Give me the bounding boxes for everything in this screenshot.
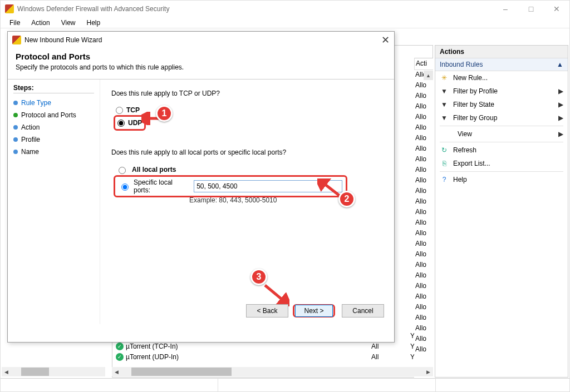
table-row[interactable]: ✓ µTorrent (UDP-In) All Yes [112, 351, 433, 362]
wizard-header: Protocol and Ports Specify the protocols… [8, 48, 394, 80]
actions-panel: Actions Inbound Rules ▲ ✳New Rule...▼Fil… [435, 45, 568, 378]
chevron-right-icon: ▶ [558, 101, 563, 108]
wizard-steps: Steps: Rule TypeProtocol and PortsAction… [8, 80, 100, 324]
action-label: Filter by Group [453, 114, 497, 122]
wizard-step[interactable]: Rule Type [13, 97, 94, 109]
wizard-content: Does this rule apply to TCP or UDP? TCP … [100, 80, 394, 324]
rule-name: µTorrent (TCP-In) [126, 343, 371, 350]
wizard-page-desc: Specify the protocols and ports to which… [16, 63, 386, 71]
minimize-button[interactable]: – [493, 1, 518, 17]
radio-udp[interactable] [117, 120, 125, 127]
action-export[interactable]: ⎘Export List... [435, 157, 568, 170]
action-cell: Allo [414, 133, 433, 144]
rule-profile: All [371, 353, 410, 361]
actions-title: Actions [435, 46, 568, 58]
scroll-thumb[interactable] [131, 368, 232, 376]
action-cell: Allo [414, 207, 433, 218]
action-refresh[interactable]: ↻Refresh [435, 143, 568, 157]
action-cell: Allo [414, 302, 433, 313]
export-icon: ⎘ [440, 159, 449, 168]
annotation-badge-2: 2 [338, 191, 355, 207]
status-bar [1, 378, 569, 391]
action-filter-group[interactable]: ▼Filter by Group▶ [435, 111, 568, 125]
action-filter-state[interactable]: ▼Filter by State▶ [435, 98, 568, 111]
action-help[interactable]: ?Help [435, 173, 568, 186]
step-label: Rule Type [21, 99, 51, 107]
scroll-left-icon[interactable]: ◀ [2, 367, 11, 376]
wizard-close-button[interactable]: ✕ [381, 34, 390, 46]
action-label: Refresh [453, 146, 476, 154]
radio-all-ports-label: All local ports [132, 166, 176, 173]
back-button[interactable]: < Back [246, 304, 288, 317]
scroll-left-icon[interactable]: ◀ [112, 367, 121, 376]
close-button[interactable]: ✕ [544, 1, 569, 17]
separator [440, 142, 563, 142]
scroll-up-icon[interactable]: ▲ [424, 71, 433, 80]
step-dot-icon [13, 101, 18, 105]
action-cell: Allo [414, 229, 433, 239]
action-filter-profile[interactable]: ▼Filter by Profile▶ [435, 85, 568, 98]
step-label: Name [21, 148, 39, 156]
step-dot-icon [13, 150, 18, 154]
radio-specific-ports[interactable] [121, 183, 129, 191]
wizard-titlebar: New Inbound Rule Wizard ✕ [8, 32, 394, 48]
rule-profile: All [371, 343, 410, 350]
action-new-rule[interactable]: ✳New Rule... [435, 71, 568, 85]
rule-wizard-dialog: New Inbound Rule Wizard ✕ Protocol and P… [7, 31, 395, 343]
firewall-icon [5, 4, 14, 13]
tree-hscrollbar[interactable]: ◀ [2, 367, 105, 376]
wizard-body: Steps: Rule TypeProtocol and PortsAction… [8, 80, 394, 324]
radio-all-ports-row[interactable]: All local ports [116, 164, 383, 175]
window-controls: – □ ✕ [493, 1, 569, 17]
radio-tcp[interactable] [116, 107, 123, 114]
scroll-right-icon[interactable]: ▶ [424, 367, 433, 376]
menu-view[interactable]: View [57, 18, 80, 28]
wizard-page-title: Protocol and Ports [16, 52, 386, 61]
menu-help[interactable]: Help [82, 18, 105, 28]
action-cell: Allo [414, 112, 433, 123]
sparkle-icon: ✳ [440, 73, 449, 82]
filter-icon: ▼ [440, 100, 449, 109]
main-window: Windows Defender Firewall with Advanced … [0, 0, 570, 392]
question-protocol: Does this rule apply to TCP or UDP? [111, 90, 383, 97]
action-cell: Allo [414, 345, 433, 355]
radio-udp-label: UDP [128, 119, 142, 127]
maximize-button[interactable]: □ [518, 1, 544, 17]
annotation-arrow-3 [262, 282, 289, 306]
actions-subheader[interactable]: Inbound Rules ▲ [435, 58, 568, 71]
action-cell: Allo [414, 324, 433, 334]
scroll-thumb[interactable] [21, 368, 49, 376]
action-label: New Rule... [453, 74, 488, 82]
check-icon: ✓ [116, 353, 124, 361]
next-button[interactable]: Next > [295, 305, 333, 317]
action-cell: Allo [414, 292, 433, 302]
window-title: Windows Defender Firewall with Advanced … [17, 5, 169, 13]
menu-file[interactable]: File [5, 18, 24, 28]
wizard-title: New Inbound Rule Wizard [24, 36, 102, 44]
chevron-right-icon: ▶ [558, 87, 563, 95]
action-view[interactable]: View▶ [435, 127, 568, 141]
cancel-button[interactable]: Cancel [342, 304, 384, 317]
steps-label: Steps: [13, 84, 94, 93]
radio-all-ports[interactable] [119, 167, 126, 174]
question-ports: Does this rule apply to all local ports … [111, 148, 383, 156]
action-cell: Allo [414, 91, 433, 102]
step-dot-icon [13, 125, 18, 130]
titlebar: Windows Defender Firewall with Advanced … [1, 1, 569, 17]
action-cell: Allo [414, 144, 433, 155]
rule-name: µTorrent (UDP-In) [126, 353, 371, 361]
separator [440, 126, 563, 126]
radio-udp-row[interactable]: UDP [117, 118, 142, 128]
action-cell: Allo [414, 250, 433, 260]
firewall-icon [12, 36, 21, 44]
list-hscrollbar[interactable]: ◀ ▶ [112, 367, 433, 376]
menu-action[interactable]: Action [27, 18, 54, 28]
chevron-right-icon: ▶ [558, 114, 563, 122]
action-label: Filter by State [453, 101, 494, 108]
step-label: Profile [21, 136, 40, 143]
annotation-badge-3: 3 [250, 269, 267, 285]
annotation-badge-1: 1 [156, 105, 173, 122]
action-cell: Allo [414, 165, 433, 176]
action-cell: Allo [414, 123, 433, 133]
action-column-header[interactable]: Acti [414, 58, 433, 70]
